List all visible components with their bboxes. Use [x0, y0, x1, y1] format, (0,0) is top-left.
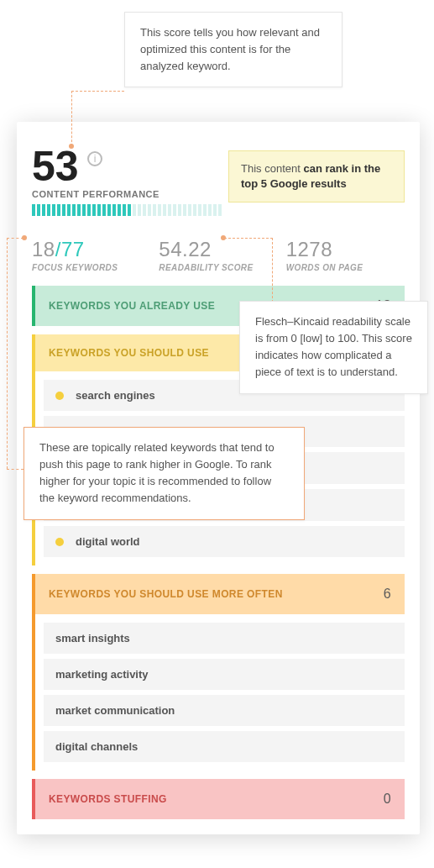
annotation-dot	[22, 235, 27, 240]
annotation-dot	[69, 144, 74, 149]
section-title: KEYWORDS YOU ALREADY USE	[49, 300, 215, 312]
words-value: 1278	[286, 238, 405, 261]
focus-sep: /	[55, 238, 61, 260]
section-title: KEYWORDS STUFFING	[49, 793, 167, 805]
section-title: KEYWORDS YOU SHOULD USE	[49, 347, 209, 359]
rank-box: This content can rank in the top 5 Googl…	[228, 150, 405, 203]
focus-total: 77	[61, 238, 85, 260]
keyword-item[interactable]: marketing activity	[44, 659, 405, 690]
callout-readability: Flesch–Kincaid readability scale is from…	[239, 301, 428, 394]
score-row: 53 i CONTENT PERFORMANCE This content ca…	[32, 145, 405, 216]
keyword-dot-icon	[55, 538, 64, 546]
score-block: 53 i CONTENT PERFORMANCE	[32, 145, 228, 216]
section-title: KEYWORDS YOU SHOULD USE MORE OFTEN	[49, 588, 283, 600]
section-head-stuffing[interactable]: KEYWORDS STUFFING 0	[32, 779, 405, 819]
annotation-line	[7, 469, 24, 470]
keyword-item[interactable]: smart insights	[44, 623, 405, 654]
annotation-line	[71, 91, 72, 146]
metric-readability: 54.22 READABILITY SCORE	[159, 238, 277, 272]
section-stuffing: KEYWORDS STUFFING 0	[32, 779, 405, 819]
keyword-dot-icon	[55, 392, 64, 400]
metrics-row: 18/77 FOCUS KEYWORDS 54.22 READABILITY S…	[32, 238, 405, 272]
score-value: 53	[32, 145, 79, 187]
metric-focus-keywords: 18/77 FOCUS KEYWORDS	[32, 238, 150, 272]
annotation-line	[7, 238, 8, 469]
keyword-text: smart insights	[55, 632, 130, 644]
readability-value: 54.22	[159, 238, 277, 261]
keyword-text: market communication	[55, 704, 175, 717]
keyword-item[interactable]: digital world	[44, 526, 405, 557]
callout-score-text: This score tells you how relevant and op…	[140, 26, 320, 72]
annotation-line	[224, 238, 273, 239]
words-label: WORDS ON PAGE	[286, 263, 405, 272]
annotation-line	[71, 91, 124, 92]
section-head-more[interactable]: KEYWORDS YOU SHOULD USE MORE OFTEN 6	[32, 574, 405, 614]
readability-label: READABILITY SCORE	[159, 263, 277, 272]
callout-should-use: These are topically related keywords tha…	[24, 427, 305, 520]
section-count: 0	[384, 792, 391, 807]
annotation-dot	[221, 235, 226, 240]
info-icon[interactable]: i	[87, 151, 102, 166]
callout-should-use-text: These are topically related keywords tha…	[39, 441, 275, 504]
section-body-more: smart insightsmarketing activitymarket c…	[32, 614, 405, 771]
rank-prefix: This content	[241, 162, 303, 175]
keyword-item[interactable]: digital channels	[44, 731, 405, 762]
keyword-text: digital channels	[55, 740, 138, 753]
focus-current: 18	[32, 238, 55, 260]
score-progress	[32, 204, 225, 216]
keyword-text: digital world	[76, 535, 140, 548]
annotation-line	[272, 238, 273, 302]
score-label: CONTENT PERFORMANCE	[32, 189, 228, 199]
annotation-line	[7, 238, 24, 239]
keyword-item[interactable]: market communication	[44, 695, 405, 726]
keyword-text: marketing activity	[55, 668, 149, 681]
keyword-text: search engines	[76, 389, 155, 402]
callout-score: This score tells you how relevant and op…	[124, 12, 342, 87]
section-count: 6	[384, 587, 391, 602]
section-more-often: KEYWORDS YOU SHOULD USE MORE OFTEN 6 sma…	[32, 574, 405, 771]
callout-readability-text: Flesch–Kincaid readability scale is from…	[255, 315, 412, 378]
focus-label: FOCUS KEYWORDS	[32, 263, 150, 272]
metric-words: 1278 WORDS ON PAGE	[286, 238, 405, 272]
